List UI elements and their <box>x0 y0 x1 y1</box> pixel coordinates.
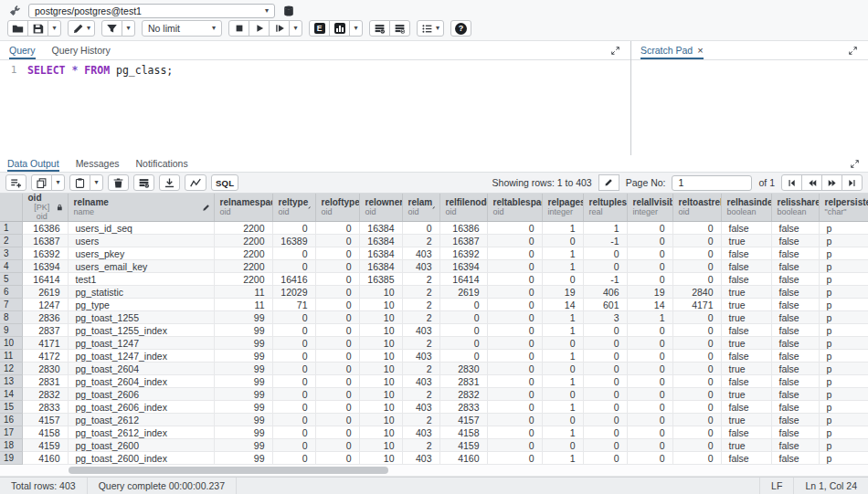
cell-relfilenode[interactable]: 4159 <box>439 439 487 452</box>
row-number[interactable]: 10 <box>0 337 22 350</box>
cell-relisshared[interactable]: false <box>771 286 819 299</box>
cancel-query-button[interactable] <box>228 20 249 37</box>
filter-button[interactable] <box>101 20 122 37</box>
cell-relpersistence[interactable]: p <box>819 260 868 273</box>
expand-scratch-pad-button[interactable] <box>847 45 859 57</box>
cell-relam[interactable]: 2 <box>402 439 439 452</box>
cell-relallvisible[interactable]: 0 <box>627 260 672 273</box>
cell-reloftype[interactable]: 0 <box>315 452 359 465</box>
cell-relnamespace[interactable]: 99 <box>214 401 272 414</box>
cell-reltype[interactable]: 0 <box>272 337 315 350</box>
tab-notifications[interactable]: Notifications <box>135 155 187 172</box>
cell-relowner[interactable]: 10 <box>359 324 402 337</box>
edit-range-button[interactable] <box>598 174 619 191</box>
cell-reltablespace[interactable]: 0 <box>487 260 542 273</box>
cell-reltype[interactable]: 0 <box>272 363 315 375</box>
cell-relhasindex[interactable]: true <box>721 363 771 375</box>
cell-reloftype[interactable]: 0 <box>315 324 359 337</box>
close-icon[interactable]: × <box>697 45 703 56</box>
cell-relpages[interactable]: 1 <box>542 375 583 388</box>
cell-relhasindex[interactable]: false <box>721 273 771 286</box>
cell-reltoastrelid[interactable]: 0 <box>672 414 721 426</box>
cell-relowner[interactable]: 16384 <box>359 260 402 273</box>
delete-row-button[interactable] <box>108 174 129 191</box>
cell-oid[interactable]: 4172 <box>22 350 68 363</box>
cell-reltype[interactable]: 0 <box>272 401 315 414</box>
cell-reloftype[interactable]: 0 <box>315 439 359 452</box>
cell-oid[interactable]: 2619 <box>22 286 68 299</box>
cell-relname[interactable]: pg_toast_1255 <box>68 311 214 324</box>
column-header-relpages[interactable]: relpagesinteger <box>542 194 583 222</box>
tab-query-history[interactable]: Query History <box>52 41 111 59</box>
cell-relhasindex[interactable]: true <box>721 299 771 311</box>
cell-relam[interactable]: 2 <box>402 235 439 247</box>
cell-oid[interactable]: 4157 <box>22 414 68 426</box>
cell-relhasindex[interactable]: true <box>721 439 771 452</box>
cell-reltype[interactable]: 71 <box>272 299 315 311</box>
cell-relname[interactable]: pg_statistic <box>68 286 214 299</box>
connection-select[interactable]: postgres/postgres@test1 ▾ <box>28 4 275 18</box>
cell-relfilenode[interactable]: 0 <box>439 299 487 311</box>
commit-button[interactable] <box>369 20 390 37</box>
copy-button[interactable] <box>31 174 52 191</box>
row-number[interactable]: 13 <box>0 375 22 388</box>
cell-relhasindex[interactable]: false <box>721 260 771 273</box>
cell-relam[interactable]: 2 <box>402 388 439 401</box>
cell-relnamespace[interactable]: 2200 <box>214 235 272 247</box>
cell-reltoastrelid[interactable]: 0 <box>672 247 721 260</box>
cell-relhasindex[interactable]: true <box>721 286 771 299</box>
edit-button[interactable]: ▾ <box>68 20 95 37</box>
cell-relhasindex[interactable]: false <box>721 375 771 388</box>
cell-relnamespace[interactable]: 99 <box>214 350 272 363</box>
cell-relam[interactable]: 403 <box>402 260 439 273</box>
cell-reltoastrelid[interactable]: 0 <box>672 452 721 465</box>
cell-reloftype[interactable]: 0 <box>315 247 359 260</box>
row-number[interactable]: 6 <box>0 286 22 299</box>
cell-relhasindex[interactable]: false <box>721 247 771 260</box>
cell-reltoastrelid[interactable]: 0 <box>672 439 721 452</box>
tab-scratch-pad[interactable]: Scratch Pad × <box>640 41 704 59</box>
cell-reltuples[interactable]: 0 <box>583 426 627 439</box>
cell-relhasindex[interactable]: true <box>721 414 771 426</box>
cell-relname[interactable]: pg_toast_2612 <box>68 414 214 426</box>
cell-relisshared[interactable]: false <box>771 222 819 235</box>
previous-page-button[interactable] <box>801 174 822 191</box>
page-number-input[interactable] <box>672 175 752 191</box>
cell-relowner[interactable]: 10 <box>359 388 402 401</box>
cell-relam[interactable]: 2 <box>402 414 439 426</box>
cell-relpages[interactable]: 1 <box>542 311 583 324</box>
column-header-relfilenode[interactable]: relfilenodeoid <box>439 194 487 222</box>
cell-reloftype[interactable]: 0 <box>315 273 359 286</box>
expand-output-panel-button[interactable] <box>849 158 861 170</box>
cell-reltoastrelid[interactable]: 0 <box>672 350 721 363</box>
column-header-reloftype[interactable]: reloftypeoid <box>315 194 359 222</box>
cell-relam[interactable]: 2 <box>402 363 439 375</box>
explain-button[interactable]: E <box>309 20 330 37</box>
cell-relname[interactable]: users_id_seq <box>68 222 214 235</box>
cell-reltoastrelid[interactable]: 0 <box>672 324 721 337</box>
cell-oid[interactable]: 1247 <box>22 299 68 311</box>
cell-reloftype[interactable]: 0 <box>315 337 359 350</box>
cell-reltuples[interactable]: 0 <box>583 337 627 350</box>
cell-relowner[interactable]: 10 <box>359 401 402 414</box>
cell-reltablespace[interactable]: 0 <box>487 222 542 235</box>
cell-relfilenode[interactable]: 0 <box>439 311 487 324</box>
cell-reltablespace[interactable]: 0 <box>487 363 542 375</box>
cell-relam[interactable]: 0 <box>402 222 439 235</box>
cell-oid[interactable]: 16386 <box>22 222 68 235</box>
cell-relowner[interactable]: 10 <box>359 452 402 465</box>
cell-relallvisible[interactable]: 0 <box>627 452 672 465</box>
cell-relnamespace[interactable]: 99 <box>214 324 272 337</box>
cell-relallvisible[interactable]: 0 <box>627 337 672 350</box>
row-number[interactable]: 8 <box>0 311 22 324</box>
cell-relfilenode[interactable]: 4160 <box>439 452 487 465</box>
cell-relnamespace[interactable]: 11 <box>214 286 272 299</box>
cell-relname[interactable]: pg_toast_2604_index <box>68 375 214 388</box>
cell-reltablespace[interactable]: 0 <box>487 337 542 350</box>
cell-reltoastrelid[interactable]: 0 <box>672 401 721 414</box>
cell-relpersistence[interactable]: p <box>819 247 868 260</box>
cell-reltuples[interactable]: 0 <box>583 363 627 375</box>
save-options-caret[interactable]: ▾ <box>48 20 61 37</box>
cell-reltype[interactable]: 0 <box>272 388 315 401</box>
cell-relpersistence[interactable]: p <box>819 388 868 401</box>
